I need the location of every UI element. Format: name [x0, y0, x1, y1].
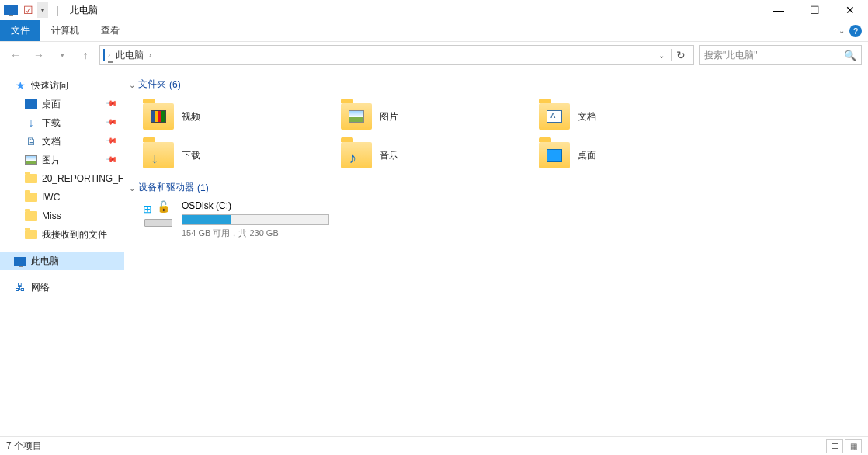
folder-pictures[interactable]: 图片	[327, 97, 525, 136]
status-text: 7 个项目	[6, 439, 42, 453]
sidebar-this-pc[interactable]: 此电脑	[0, 252, 124, 270]
close-button[interactable]: ✕	[832, 0, 868, 20]
folder-icon	[539, 142, 570, 168]
windows-logo-icon: ⊞	[143, 203, 152, 215]
pc-icon	[14, 255, 26, 267]
qat-item[interactable]: ☑	[20, 2, 36, 18]
content-pane: ⌄ 文件夹 (6) 视频 图片 文档 下载 音乐	[124, 68, 868, 436]
search-placeholder: 搜索"此电脑"	[704, 49, 758, 62]
folder-label: 视频	[182, 110, 200, 123]
sidebar-item-label: 此电脑	[31, 255, 59, 268]
tab-view[interactable]: 查看	[90, 20, 130, 41]
sidebar-item-downloads[interactable]: ↓ 下载 📌	[0, 113, 124, 132]
sidebar-item-desktop[interactable]: 桌面 📌	[0, 95, 124, 113]
download-icon: ↓	[25, 116, 37, 129]
folder-label: 桌面	[578, 149, 596, 162]
up-button[interactable]: ↑	[76, 46, 95, 64]
sidebar-item-folder[interactable]: 我接收到的文件	[0, 225, 124, 244]
sidebar-item-label: 下载	[42, 116, 61, 130]
folder-icon	[25, 210, 37, 222]
star-icon: ★	[14, 79, 26, 92]
folder-icon	[341, 142, 372, 168]
breadcrumb-root[interactable]: 此电脑	[113, 49, 146, 62]
folder-icon	[25, 228, 37, 241]
folder-icon	[539, 103, 570, 130]
picture-icon	[25, 154, 37, 166]
sidebar-quick-access[interactable]: ★ 快速访问	[0, 76, 124, 95]
folder-icon	[143, 142, 174, 168]
minimize-button[interactable]: ―	[761, 0, 797, 20]
sidebar-item-pictures[interactable]: 图片 📌	[0, 151, 124, 169]
group-title: 设备和驱动器	[138, 181, 194, 194]
icons-view-button[interactable]: ▦	[845, 439, 862, 453]
file-tab[interactable]: 文件	[0, 20, 40, 41]
address-dropdown-icon[interactable]: ⌄	[655, 51, 668, 60]
sidebar-item-label: 桌面	[42, 98, 61, 111]
sidebar-item-label: 我接收到的文件	[42, 228, 107, 241]
group-header-drives[interactable]: ⌄ 设备和驱动器 (1)	[129, 178, 868, 200]
ribbon: 文件 计算机 查看 ⌄ ?	[0, 20, 868, 42]
group-title: 文件夹	[138, 78, 166, 91]
pc-icon	[3, 2, 19, 18]
drive-info: OSDisk (C:) 154 GB 可用，共 230 GB	[182, 200, 329, 239]
sidebar-item-label: IWC	[42, 192, 60, 203]
address-bar[interactable]: › 此电脑 › ⌄ ↻	[99, 45, 694, 65]
folder-downloads[interactable]: 下载	[129, 136, 327, 175]
nav-toolbar: ← → ▾ ↑ › 此电脑 › ⌄ ↻ 搜索"此电脑" 🔍	[0, 42, 868, 68]
pin-icon: 📌	[106, 115, 118, 127]
qat-dropdown[interactable]: ▾	[37, 2, 48, 18]
folder-icon	[25, 191, 37, 203]
navigation-pane: ★ 快速访问 桌面 📌 ↓ 下载 📌 🗎 文档 📌 图片 📌 20_REPORT…	[0, 68, 124, 436]
search-input[interactable]: 搜索"此电脑" 🔍	[699, 45, 862, 65]
breadcrumb-sep-icon[interactable]: ›	[149, 51, 151, 59]
sidebar-item-label: 图片	[42, 154, 61, 167]
qat-separator: |	[50, 2, 65, 18]
folder-icon	[341, 103, 372, 130]
details-view-button[interactable]: ☰	[826, 439, 843, 453]
maximize-button[interactable]: ☐	[797, 0, 832, 20]
drive-capacity-bar	[182, 214, 329, 225]
breadcrumb-sep-icon[interactable]: ›	[108, 51, 110, 59]
pin-icon: 📌	[106, 96, 118, 109]
pin-icon: 📌	[106, 152, 118, 165]
document-icon: 🗎	[25, 135, 37, 148]
help-button[interactable]: ?	[849, 25, 862, 37]
drive-label: OSDisk (C:)	[182, 200, 329, 211]
sidebar-item-documents[interactable]: 🗎 文档 📌	[0, 132, 124, 151]
view-mode-buttons: ☰ ▦	[826, 439, 862, 453]
folder-videos[interactable]: 视频	[129, 97, 327, 136]
refresh-button[interactable]: ↻	[671, 49, 690, 61]
sidebar-item-label: 20_REPORTING_FI	[42, 173, 124, 184]
folders-grid: 视频 图片 文档 下载 音乐 桌面	[129, 97, 868, 175]
folder-icon	[143, 103, 174, 130]
folder-label: 下载	[182, 149, 200, 162]
drive-icon: ⊞ 🔓	[143, 200, 174, 227]
folder-documents[interactable]: 文档	[525, 97, 723, 136]
title-bar: ☑ ▾ | 此电脑 ― ☐ ✕	[0, 0, 868, 20]
group-count: (6)	[169, 79, 181, 90]
drive-c[interactable]: ⊞ 🔓 OSDisk (C:) 154 GB 可用，共 230 GB	[129, 200, 346, 239]
folder-label: 图片	[380, 110, 398, 123]
pin-icon: 📌	[106, 134, 118, 146]
chevron-down-icon: ⌄	[129, 184, 135, 193]
sidebar-network[interactable]: 🖧 网络	[0, 278, 124, 297]
lock-open-icon: 🔓	[157, 200, 170, 213]
sidebar-item-folder[interactable]: IWC	[0, 188, 124, 207]
sidebar-item-folder[interactable]: 20_REPORTING_FI	[0, 169, 124, 188]
back-button[interactable]: ←	[6, 46, 25, 64]
folder-music[interactable]: 音乐	[327, 136, 525, 175]
group-count: (1)	[197, 182, 209, 193]
tab-computer[interactable]: 计算机	[40, 20, 90, 41]
sidebar-item-folder[interactable]: Miss	[0, 207, 124, 225]
network-icon: 🖧	[14, 281, 26, 293]
folder-desktop[interactable]: 桌面	[525, 136, 723, 175]
group-header-folders[interactable]: ⌄ 文件夹 (6)	[129, 75, 868, 97]
sidebar-item-label: Miss	[42, 210, 61, 221]
folder-label: 音乐	[380, 149, 398, 162]
forward-button[interactable]: →	[30, 46, 48, 64]
search-icon: 🔍	[844, 50, 856, 61]
folder-icon	[25, 172, 37, 185]
window-controls: ― ☐ ✕	[761, 0, 868, 20]
ribbon-collapse-icon[interactable]: ⌄	[838, 26, 845, 35]
recent-locations-dropdown[interactable]: ▾	[53, 46, 71, 64]
